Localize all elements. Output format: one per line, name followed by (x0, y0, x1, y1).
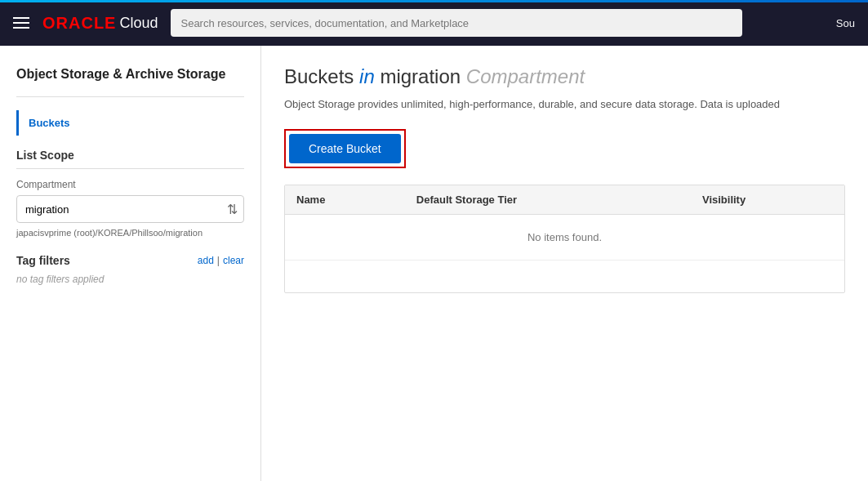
compartment-label: Compartment (16, 179, 244, 190)
col-storage-tier: Default Storage Tier (405, 185, 691, 215)
list-scope-title: List Scope (16, 149, 244, 162)
sidebar-title-divider (16, 96, 244, 97)
logo-oracle-text: ORACLE (42, 14, 116, 33)
table-body: No items found. (285, 214, 844, 292)
tag-add-link[interactable]: add (198, 255, 214, 266)
oracle-logo: ORACLE Cloud (42, 14, 158, 33)
tag-clear-link[interactable]: clear (223, 255, 244, 266)
sidebar-title: Object Storage & Archive Storage (16, 65, 244, 83)
main-content: Buckets in migration Compartment Object … (261, 46, 868, 481)
table-header: Name Default Storage Tier Visibility (285, 185, 844, 215)
col-visibility: Visibility (691, 185, 844, 215)
logo-cloud-text: Cloud (119, 15, 158, 32)
empty-spacer-row (285, 260, 844, 292)
sidebar: Object Storage & Archive Storage Buckets… (0, 46, 261, 481)
tag-filters-links: add | clear (198, 255, 244, 266)
search-input[interactable] (171, 9, 742, 37)
create-bucket-button[interactable]: Create Bucket (289, 134, 401, 163)
col-name: Name (285, 185, 405, 215)
page-title-migration: migration (380, 65, 461, 87)
header: ORACLE Cloud Sou (0, 0, 868, 46)
accent-bar (0, 0, 868, 2)
hamburger-line-3 (13, 27, 29, 29)
page-title-buckets: Buckets (284, 65, 354, 87)
tag-divider: | (217, 255, 220, 266)
hamburger-line-2 (13, 22, 29, 24)
no-items-message: No items found. (285, 214, 844, 260)
sidebar-item-buckets[interactable]: Buckets (16, 110, 244, 136)
tag-filters-header: Tag filters add | clear (16, 254, 244, 267)
app-layout: Object Storage & Archive Storage Buckets… (0, 46, 868, 481)
buckets-table-container: Name Default Storage Tier Visibility No … (284, 185, 845, 294)
page-title-in: in (359, 65, 380, 87)
hamburger-menu[interactable] (13, 17, 29, 29)
compartment-select[interactable]: migration (16, 195, 244, 223)
compartment-path: japacisvprime (root)/KOREA/Phillsoo/migr… (16, 228, 244, 238)
compartment-select-wrapper: migration ⇅ (16, 195, 244, 223)
buckets-table: Name Default Storage Tier Visibility No … (285, 185, 844, 293)
list-scope-divider (16, 168, 244, 169)
tag-filters-empty-message: no tag filters applied (16, 274, 244, 285)
user-menu[interactable]: Sou (836, 17, 855, 29)
create-bucket-button-wrapper: Create Bucket (284, 129, 406, 168)
hamburger-line-1 (13, 17, 29, 19)
page-title-compartment: Compartment (466, 65, 585, 87)
no-items-row: No items found. (285, 214, 844, 260)
search-container (171, 9, 742, 37)
page-description: Object Storage provides unlimited, high-… (284, 96, 845, 113)
tag-filters-title: Tag filters (16, 254, 198, 267)
page-title: Buckets in migration Compartment (284, 65, 845, 88)
table-header-row: Name Default Storage Tier Visibility (285, 185, 844, 215)
